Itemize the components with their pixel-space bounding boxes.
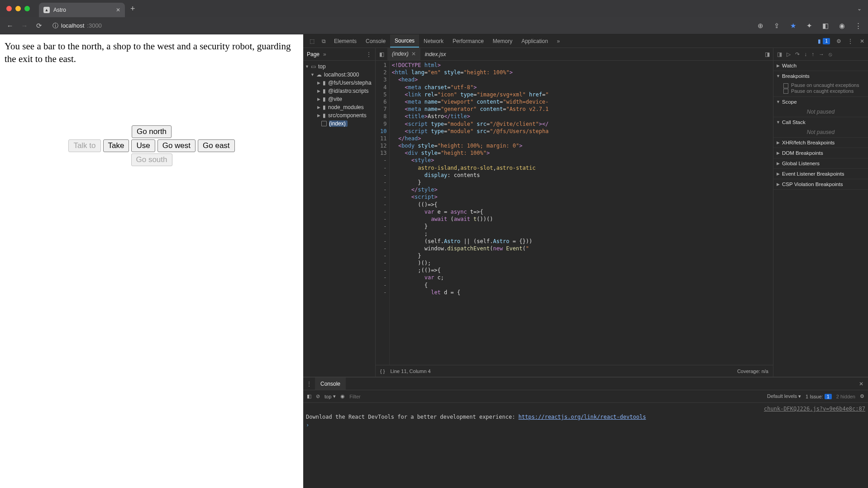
url-port: :3000: [87, 22, 102, 29]
sources-navigator: Page » ⋮ ▼▭top ▼☁localhost:3000 ▶▮@fs/Us…: [303, 48, 376, 377]
code-area[interactable]: <!DOCTYPE html><html lang="en" style="he…: [390, 61, 773, 365]
drawer-console-tab[interactable]: Console: [315, 378, 346, 390]
tabs-overflow-icon[interactable]: ⌄: [857, 5, 862, 12]
console-source-link[interactable]: chunk-DFKQJ226.js?v=9e6b4e8c:87: [306, 405, 865, 413]
console-sidebar-icon[interactable]: ◧: [307, 393, 311, 399]
tab-elements[interactable]: Elements: [329, 34, 361, 48]
address-bar[interactable]: ⓘ localhost:3000: [48, 19, 751, 32]
coverage-status: Coverage: n/a: [737, 368, 768, 374]
global-listeners-section[interactable]: ▶Global Listeners: [773, 158, 868, 168]
pause-uncaught-checkbox[interactable]: Pause on uncaught exceptions: [783, 82, 865, 88]
tab-console[interactable]: Console: [361, 34, 390, 48]
close-editor-tab-icon[interactable]: ✕: [411, 51, 416, 57]
go-east-button[interactable]: Go east: [198, 139, 235, 152]
pause-caught-checkbox[interactable]: Pause on caught exceptions: [783, 88, 865, 94]
toggle-navigator-icon[interactable]: ◧: [376, 48, 387, 60]
csp-bp-section[interactable]: ▶CSP Violation Breakpoints: [773, 179, 868, 189]
cursor-position: Line 11, Column 4: [390, 368, 430, 374]
event-bp-section[interactable]: ▶Event Listener Breakpoints: [773, 169, 868, 179]
game-controls: Go north Talk to Take Use Go west Go eas…: [0, 125, 303, 166]
tab-close-icon[interactable]: ✕: [116, 7, 120, 13]
pretty-print-icon[interactable]: { }: [380, 368, 385, 374]
profile-icon[interactable]: ◉: [836, 20, 847, 31]
tab-application[interactable]: Application: [517, 34, 553, 48]
console-issues-link[interactable]: 1 Issue: 1: [806, 394, 832, 399]
navigator-menu-icon[interactable]: ⋮: [366, 51, 372, 57]
breakpoints-section[interactable]: ▼Breakpoints: [773, 71, 868, 81]
devtools-link[interactable]: https://reactjs.org/link/react-devtools: [519, 414, 646, 420]
editor-statusbar: { } Line 11, Column 4 Coverage: n/a: [376, 365, 773, 377]
resume-icon[interactable]: ▷: [787, 51, 791, 57]
tab-sources[interactable]: Sources: [390, 34, 419, 48]
tab-memory[interactable]: Memory: [488, 34, 517, 48]
drawer-menu-icon[interactable]: ⋮: [303, 378, 315, 390]
settings-gear-icon[interactable]: ⚙: [833, 34, 844, 48]
console-settings-icon[interactable]: ⚙: [860, 393, 864, 399]
console-context-picker[interactable]: top▾: [324, 393, 336, 399]
go-north-button[interactable]: Go north: [132, 125, 172, 138]
debug-controls: ◨ ▷ ↷ ↓ ↑ → ⦸: [773, 48, 868, 61]
step-icon[interactable]: →: [819, 51, 824, 57]
site-info-icon[interactable]: ⓘ: [52, 22, 58, 30]
editor-tab-index[interactable]: (index)✕: [387, 48, 420, 60]
favicon-icon: ▲: [43, 7, 50, 13]
navigator-page-tab[interactable]: Page: [307, 51, 320, 57]
device-toolbar-icon[interactable]: ⧉: [318, 34, 329, 48]
talk-to-button[interactable]: Talk to: [68, 139, 100, 152]
tab-performance[interactable]: Performance: [448, 34, 488, 48]
minimize-window-button[interactable]: [15, 6, 21, 11]
watch-section[interactable]: ▶Watch: [773, 61, 868, 71]
console-prompt[interactable]: ›: [306, 422, 309, 428]
callstack-section[interactable]: ▼Call Stack: [773, 117, 868, 127]
step-over-icon[interactable]: ↷: [795, 51, 800, 57]
reload-button[interactable]: ⟳: [33, 20, 44, 31]
scope-section[interactable]: ▼Scope: [773, 97, 868, 107]
new-tab-button[interactable]: +: [130, 4, 135, 14]
devtools-close-icon[interactable]: ✕: [856, 34, 868, 48]
take-button[interactable]: Take: [103, 139, 129, 152]
xhr-section[interactable]: ▶XHR/fetch Breakpoints: [773, 138, 868, 148]
zoom-window-button[interactable]: [24, 6, 30, 11]
console-eye-icon[interactable]: ◉: [340, 393, 345, 399]
use-button[interactable]: Use: [131, 139, 155, 152]
deactivate-breakpoints-icon[interactable]: ⦸: [829, 51, 832, 57]
file-index[interactable]: (index): [329, 120, 348, 127]
step-into-icon[interactable]: ↓: [804, 51, 807, 57]
step-out-icon[interactable]: ↑: [811, 51, 814, 57]
console-clear-icon[interactable]: ⊘: [316, 393, 320, 399]
go-south-button[interactable]: Go south: [131, 153, 172, 166]
share-icon[interactable]: ⇪: [771, 20, 782, 31]
menu-icon[interactable]: ⋮: [853, 20, 863, 31]
drawer-close-icon[interactable]: ✕: [854, 378, 868, 390]
sidepanel-icon[interactable]: ◧: [820, 20, 831, 31]
zoom-icon[interactable]: ⊕: [755, 20, 766, 31]
issues-badge[interactable]: ▮1: [818, 34, 830, 48]
devtools-panel: ⬚ ⧉ Elements Console Sources Network Per…: [303, 34, 868, 488]
navigator-more-icon[interactable]: »: [323, 51, 326, 57]
bookmark-star-icon[interactable]: ★: [787, 20, 798, 31]
editor-collapse-icon[interactable]: ◨: [761, 48, 773, 60]
back-button[interactable]: ←: [5, 20, 15, 31]
console-filter-input[interactable]: [349, 394, 763, 399]
console-message: Download the React DevTools for a better…: [306, 413, 865, 421]
console-levels-picker[interactable]: Default levels ▾: [767, 393, 801, 399]
go-west-button[interactable]: Go west: [157, 139, 196, 152]
inspect-element-icon[interactable]: ⬚: [306, 34, 318, 48]
debug-sidebar: ◨ ▷ ↷ ↓ ↑ → ⦸ ▶Watch ▼Breakpoints Pause …: [773, 48, 868, 377]
toggle-debug-pane-icon[interactable]: ◨: [777, 51, 782, 57]
tab-title: Astro: [53, 7, 66, 13]
browser-tab[interactable]: ▲ Astro ✕: [39, 3, 125, 17]
file-tree[interactable]: ▼▭top ▼☁localhost:3000 ▶▮@fs/Users/steph…: [303, 61, 375, 129]
console-hidden-count: 2 hidden: [836, 394, 855, 399]
tabs-more-icon[interactable]: »: [553, 34, 564, 48]
dom-bp-section[interactable]: ▶DOM Breakpoints: [773, 148, 868, 158]
devtools-menu-icon[interactable]: ⋮: [844, 34, 856, 48]
console-output[interactable]: chunk-DFKQJ226.js?v=9e6b4e8c:87 Download…: [303, 403, 868, 488]
close-window-button[interactable]: [6, 6, 12, 11]
editor-tab-indexjsx[interactable]: index.jsx: [420, 48, 451, 60]
extensions-icon[interactable]: ✦: [804, 20, 815, 31]
tab-network[interactable]: Network: [419, 34, 448, 48]
forward-button[interactable]: →: [19, 20, 30, 31]
devtools-tabstrip: ⬚ ⧉ Elements Console Sources Network Per…: [303, 34, 868, 48]
rendered-page: You see a bar to the north, a shop to th…: [0, 34, 303, 488]
